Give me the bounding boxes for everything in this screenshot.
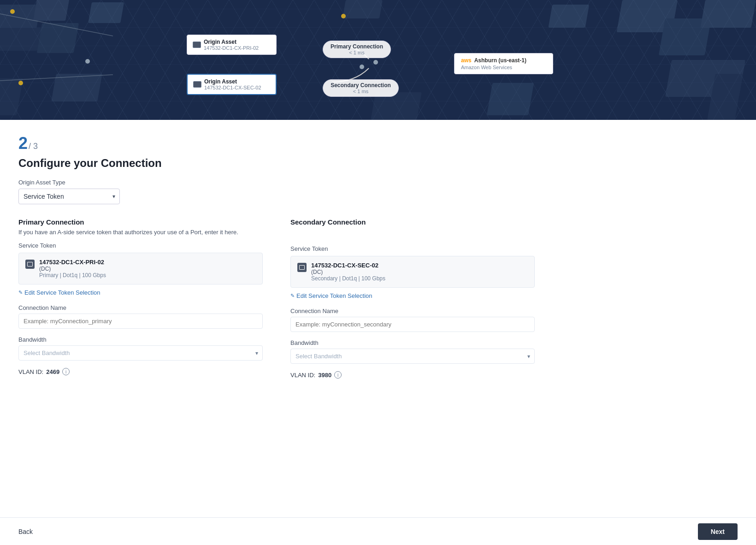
step-total: / 3	[29, 142, 38, 151]
connections-grid: Primary Connection If you have an A-side…	[18, 218, 535, 379]
secondary-token-icon	[297, 263, 307, 272]
primary-bandwidth-group: Bandwidth Select Bandwidth 50 Mbps 100 M…	[18, 336, 263, 361]
primary-conn-name-input[interactable]	[18, 314, 263, 329]
primary-bandwidth-label: Bandwidth	[18, 336, 263, 343]
secondary-token-card: 147532-DC1-CX-SEC-02 (DC) Secondary | Do…	[290, 256, 535, 288]
primary-vlan-label: VLAN ID:	[18, 368, 43, 375]
primary-edit-label: Edit Service Token Selection	[24, 289, 100, 296]
primary-connection-node: Primary Connection < 1 ms	[323, 41, 391, 58]
secondary-connection-node: Secondary Connection < 1 ms	[323, 79, 399, 97]
secondary-heading: Secondary Connection	[290, 218, 535, 226]
primary-bandwidth-select[interactable]: Select Bandwidth 50 Mbps 100 Mbps 500 Mb…	[18, 345, 263, 361]
secondary-vlan-label: VLAN ID:	[290, 372, 315, 379]
primary-token-info: 147532-DC1-CX-PRI-02 (DC) Primary | Dot1…	[39, 259, 106, 278]
secondary-bandwidth-label: Bandwidth	[290, 339, 535, 346]
secondary-token-label: Service Token	[290, 245, 535, 252]
step-indicator: 2/ 3	[18, 134, 535, 153]
secondary-bandwidth-group: Bandwidth Select Bandwidth 50 Mbps 100 M…	[290, 339, 535, 364]
primary-token-loc: (DC)	[39, 266, 106, 272]
secondary-pencil-icon: ✎	[290, 293, 295, 299]
secondary-token-details: Secondary | Dot1q | 100 Gbps	[311, 275, 385, 282]
origin-type-label: Origin Asset Type	[18, 179, 535, 186]
aws-logo: aws	[461, 57, 472, 64]
secondary-conn-label: Secondary Connection	[330, 82, 392, 89]
primary-conn-name-label: Connection Name	[18, 304, 263, 311]
primary-bandwidth-select-wrapper[interactable]: Select Bandwidth 50 Mbps 100 Mbps 500 Mb…	[18, 345, 263, 361]
primary-token-details: Primary | Dot1q | 100 Gbps	[39, 272, 106, 278]
secondary-bandwidth-select[interactable]: Select Bandwidth 50 Mbps 100 Mbps 500 Mb…	[290, 349, 535, 364]
primary-edit-link[interactable]: ✎ Edit Service Token Selection	[18, 289, 263, 296]
secondary-vlan-info-icon[interactable]: i	[334, 371, 342, 379]
secondary-conn-latency: < 1 ms	[330, 89, 392, 94]
secondary-connection-col: Secondary Connection placeholder Service…	[290, 218, 535, 379]
primary-conn-label: Primary Connection	[330, 43, 384, 50]
primary-token-card: 147532-DC1-CX-PRI-02 (DC) Primary | Dot1…	[18, 253, 263, 284]
diagram-nodes: Origin Asset 147532-DC1-CX-PRI-02 Origin…	[0, 0, 756, 120]
primary-conn-name-group: Connection Name	[18, 304, 263, 329]
primary-connection-col: Primary Connection If you have an A-side…	[18, 218, 263, 379]
secondary-vlan-row: VLAN ID: 3980 i	[290, 371, 535, 379]
origin-asset-1-node: Origin Asset 147532-DC1-CX-PRI-02	[187, 35, 277, 55]
origin1-title: Origin Asset	[204, 39, 259, 45]
secondary-conn-name-group: Connection Name	[290, 308, 535, 332]
hero-diagram: Origin Asset 147532-DC1-CX-PRI-02 Origin…	[0, 0, 756, 120]
primary-conn-latency: < 1 ms	[330, 50, 384, 55]
primary-token-name: 147532-DC1-CX-PRI-02	[39, 259, 106, 266]
primary-vlan-row: VLAN ID: 2469 i	[18, 368, 263, 375]
secondary-token-loc: (DC)	[311, 269, 385, 275]
origin2-title: Origin Asset	[204, 78, 261, 85]
origin1-sub: 147532-DC1-CX-PRI-02	[204, 45, 259, 51]
origin-type-select[interactable]: Service Token Port Virtual Device	[18, 189, 120, 204]
aws-provider: Amazon Web Services	[461, 65, 546, 70]
primary-pencil-icon: ✎	[18, 290, 23, 296]
secondary-conn-name-input[interactable]	[290, 317, 535, 332]
step-current: 2	[18, 134, 28, 153]
aws-node: aws Ashburn (us-east-1) Amazon Web Servi…	[454, 53, 553, 74]
secondary-conn-name-label: Connection Name	[290, 308, 535, 314]
secondary-bandwidth-select-wrapper[interactable]: Select Bandwidth 50 Mbps 100 Mbps 500 Mb…	[290, 349, 535, 364]
secondary-edit-link[interactable]: ✎ Edit Service Token Selection	[290, 292, 535, 299]
origin-asset-2-node: Origin Asset 147532-DC1-CX-SEC-02	[187, 74, 277, 95]
main-content: 2/ 3 Configure your Connection Origin As…	[0, 120, 553, 434]
primary-vlan-value: 2469	[46, 368, 59, 375]
origin-type-section: Origin Asset Type Service Token Port Vir…	[18, 179, 535, 204]
secondary-token-name: 147532-DC1-CX-SEC-02	[311, 262, 385, 269]
page-title: Configure your Connection	[18, 157, 535, 170]
primary-token-label: Service Token	[18, 242, 263, 249]
primary-vlan-info-icon[interactable]: i	[62, 368, 70, 375]
secondary-token-info: 147532-DC1-CX-SEC-02 (DC) Secondary | Do…	[311, 262, 385, 282]
primary-heading: Primary Connection	[18, 218, 263, 226]
primary-help-text: If you have an A-side service token that…	[18, 229, 263, 236]
primary-token-icon	[25, 260, 35, 269]
secondary-vlan-value: 3980	[318, 372, 331, 379]
origin-type-select-wrapper[interactable]: Service Token Port Virtual Device ▾	[18, 189, 120, 204]
secondary-edit-label: Edit Service Token Selection	[296, 292, 372, 299]
aws-region: Ashburn (us-east-1)	[474, 57, 526, 64]
origin2-sub: 147532-DC1-CX-SEC-02	[204, 85, 261, 90]
